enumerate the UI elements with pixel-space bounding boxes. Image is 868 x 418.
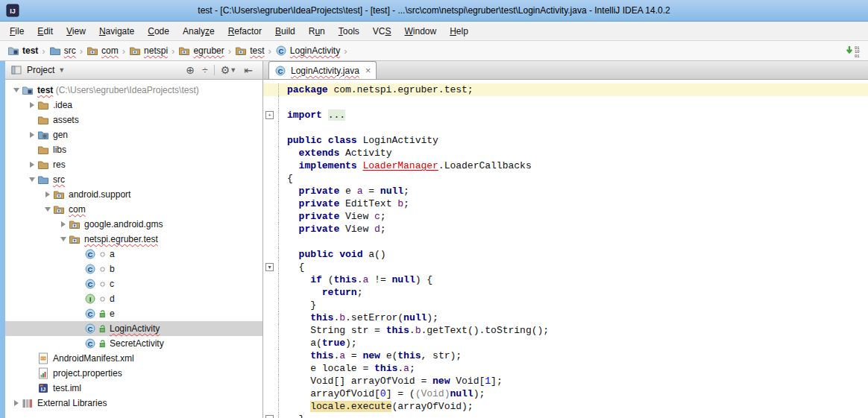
breadcrumb-item-netspi[interactable]: netspi <box>129 45 168 57</box>
svg-text:C: C <box>278 47 283 55</box>
menu-item-help[interactable]: Help <box>443 24 475 39</box>
menu-item-code[interactable]: Code <box>141 24 176 39</box>
project-panel-title[interactable]: Project <box>27 65 54 75</box>
tree-item-d[interactable]: Id <box>5 291 262 306</box>
tree-item-label: gen <box>53 130 68 140</box>
breadcrumb-item-egruber[interactable]: egruber <box>178 45 224 57</box>
chevron-down-icon[interactable]: ▼ <box>58 66 65 74</box>
hide-panel-button[interactable]: ⇤ <box>240 64 257 76</box>
folder-icon <box>37 144 49 156</box>
tree-item-android.support[interactable]: android.support <box>5 187 262 202</box>
code-token: arrayOfVoid[ <box>287 388 380 399</box>
code-inspection-icon[interactable]: 011001 <box>846 45 861 57</box>
menu-item-edit[interactable]: Edit <box>31 24 60 39</box>
tree-item-label: libs <box>53 145 66 155</box>
code-token: null <box>450 388 473 399</box>
code-token <box>322 135 328 146</box>
breadcrumb-item-loginactivity[interactable]: CLoginActivity <box>275 45 340 57</box>
tree-item-a[interactable]: Ca <box>5 247 262 262</box>
collapse-arrow-icon[interactable] <box>27 177 37 182</box>
package-private-modifier-icon <box>99 266 106 273</box>
collapse-arrow-icon[interactable] <box>43 207 53 212</box>
editor-tab-loginactivity[interactable]: C LoginActivity.java × <box>268 61 377 79</box>
tree-item-test[interactable]: test (C:\Users\egruber\IdeaProjects\test… <box>5 83 262 98</box>
close-icon[interactable]: × <box>364 66 371 75</box>
breadcrumb-item-test[interactable]: test <box>7 45 38 57</box>
breadcrumb-item-src[interactable]: src <box>49 45 76 57</box>
code-token: .getText().toString(); <box>421 325 549 336</box>
code-token: d <box>374 224 380 235</box>
code-line <box>263 96 868 109</box>
menu-item-run[interactable]: Run <box>302 24 332 39</box>
menu-item-vcs[interactable]: VCS <box>366 24 398 39</box>
tree-item-androidmanifest.xml[interactable]: <>AndroidManifest.xml <box>5 351 262 366</box>
chevron-separator-icon: › <box>80 45 83 57</box>
expand-arrow-icon[interactable] <box>27 162 37 168</box>
public-lock-modifier-icon <box>99 310 106 318</box>
tree-item-netspi.egruber.test[interactable]: netspi.egruber.test <box>5 232 262 247</box>
menu-item-window[interactable]: Window <box>397 24 443 39</box>
menu-item-text: H <box>450 26 456 37</box>
breadcrumb-item-com[interactable]: com <box>87 45 119 57</box>
tree-item-secretactivity[interactable]: CSecretActivity <box>5 336 262 351</box>
tree-item-external-libraries[interactable]: External Libraries <box>5 396 262 411</box>
menu-item-view[interactable]: View <box>60 24 92 39</box>
menu-item-navigate[interactable]: Navigate <box>92 24 141 39</box>
expand-arrow-icon[interactable] <box>27 132 37 138</box>
expand-arrow-icon[interactable] <box>58 221 69 227</box>
locate-button[interactable]: ⊕ <box>182 64 198 76</box>
code-token <box>322 110 328 121</box>
menu-item-tools[interactable]: Tools <box>332 24 366 39</box>
menu-item-text: ools <box>343 26 359 37</box>
tree-item-label: AndroidManifest.xml <box>53 353 134 364</box>
tree-item-c[interactable]: Cc <box>5 276 262 291</box>
code-token: public <box>299 249 334 260</box>
chevron-separator-icon: › <box>172 45 174 57</box>
tree-item-assets[interactable]: assets <box>5 113 262 127</box>
fold-marker-icon[interactable]: ▾ <box>265 263 274 271</box>
menu-item-refactor[interactable]: Refactor <box>221 24 268 39</box>
editor-gutter <box>263 286 279 299</box>
tree-item-.idea[interactable]: .idea <box>5 98 262 113</box>
tree-item-e[interactable]: Ce <box>5 306 262 321</box>
tree-item-res[interactable]: res <box>5 157 262 172</box>
svg-text:C: C <box>88 325 93 333</box>
tree-item-label: test <box>37 85 53 95</box>
tree-item-project.properties[interactable]: project.properties <box>5 366 262 381</box>
expand-arrow-icon[interactable] <box>43 191 53 197</box>
package-icon <box>69 218 81 230</box>
fold-marker-icon[interactable]: ▴ <box>265 415 274 418</box>
menu-item-file[interactable]: File <box>3 24 31 39</box>
tree-item-loginactivity[interactable]: CLoginActivity <box>5 321 262 336</box>
expand-arrow-icon[interactable] <box>27 102 37 108</box>
intellij-window: IJ test - [C:\Users\egruber\IdeaProjects… <box>0 0 868 418</box>
editor-gutter <box>263 387 279 400</box>
code-token: this <box>374 363 397 374</box>
collapse-all-button[interactable]: ÷ <box>198 64 212 76</box>
code-token: ... <box>328 110 345 121</box>
libraries-icon <box>22 397 34 409</box>
code-token: return <box>322 287 357 298</box>
tree-item-b[interactable]: Cb <box>5 262 262 276</box>
code-editor[interactable]: package com.netspi.egruber.test;+import … <box>263 80 868 418</box>
tree-item-src[interactable]: src <box>5 172 262 187</box>
code-token: e locale = <box>287 363 374 374</box>
code-line: public void a() <box>263 248 868 261</box>
collapse-arrow-icon[interactable] <box>58 237 69 241</box>
menu-item-analyze[interactable]: Analyze <box>176 24 221 39</box>
tree-item-google.android.gms[interactable]: google.android.gms <box>5 217 262 232</box>
menu-item-text: avigate <box>106 26 135 37</box>
settings-button[interactable]: ⚙▼ <box>217 64 240 76</box>
menu-item-build[interactable]: Build <box>268 24 302 39</box>
fold-marker-icon[interactable]: + <box>265 111 274 119</box>
editor-gutter <box>263 400 279 413</box>
tree-item-gen[interactable]: ✱gen <box>5 127 262 142</box>
breadcrumb-item-test[interactable]: test <box>235 45 264 57</box>
tree-item-com[interactable]: com <box>5 202 262 217</box>
tree-item-libs[interactable]: libs <box>5 142 262 157</box>
tree-item-test.iml[interactable]: IJtest.iml <box>5 381 262 396</box>
collapse-arrow-icon[interactable] <box>11 88 22 92</box>
folder-icon <box>37 99 49 111</box>
code-token: extends <box>299 148 340 159</box>
expand-arrow-icon[interactable] <box>11 400 22 406</box>
